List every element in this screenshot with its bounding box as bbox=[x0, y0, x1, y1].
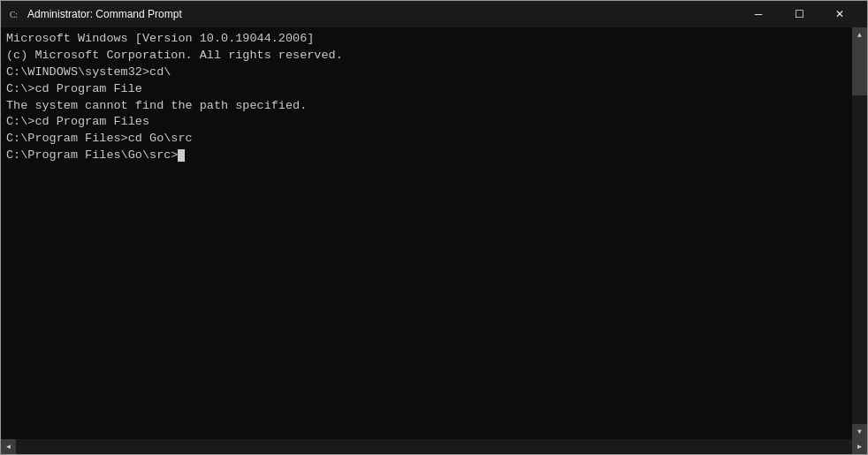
maximize-button[interactable]: ☐ bbox=[779, 1, 819, 27]
scroll-down-arrow[interactable]: ▼ bbox=[852, 424, 867, 439]
scroll-right-arrow[interactable]: ► bbox=[852, 439, 867, 454]
minimize-button[interactable]: ─ bbox=[738, 1, 779, 27]
scroll-track[interactable] bbox=[852, 42, 867, 424]
h-scroll-track[interactable] bbox=[16, 439, 852, 454]
cmd-icon: C: bbox=[8, 7, 22, 21]
console-line: C:\>cd Program File bbox=[6, 81, 862, 98]
console-line: C:\Program Files\Go\src> bbox=[6, 148, 862, 164]
window-title: Administrator: Command Prompt bbox=[27, 8, 738, 20]
console-body[interactable]: Microsoft Windows [Version 10.0.19044.20… bbox=[1, 27, 867, 439]
console-line: (c) Microsoft Corporation. All rights re… bbox=[6, 48, 862, 64]
window-controls: ─ ☐ ✕ bbox=[738, 1, 860, 27]
svg-text:C:: C: bbox=[10, 10, 18, 19]
console-line: Microsoft Windows [Version 10.0.19044.20… bbox=[6, 31, 862, 48]
console-line: C:\WINDOWS\system32>cd\ bbox=[6, 64, 862, 81]
console-line: The system cannot find the path specifie… bbox=[6, 98, 862, 115]
scroll-thumb[interactable] bbox=[852, 42, 867, 95]
console-line: C:\>cd Program Files bbox=[6, 114, 862, 131]
vertical-scrollbar[interactable]: ▲ ▼ bbox=[852, 27, 867, 439]
bottom-bar: ◄ ► bbox=[1, 439, 867, 454]
console-line: C:\Program Files>cd Go\src bbox=[6, 131, 862, 148]
close-button[interactable]: ✕ bbox=[819, 1, 860, 27]
horizontal-scrollbar[interactable]: ◄ ► bbox=[1, 439, 867, 454]
title-bar: C: Administrator: Command Prompt ─ ☐ ✕ bbox=[1, 1, 867, 27]
console-content: Microsoft Windows [Version 10.0.19044.20… bbox=[4, 29, 864, 437]
scroll-up-arrow[interactable]: ▲ bbox=[852, 27, 867, 42]
scroll-left-arrow[interactable]: ◄ bbox=[1, 439, 16, 454]
cursor bbox=[178, 149, 185, 162]
cmd-window: C: Administrator: Command Prompt ─ ☐ ✕ M… bbox=[0, 0, 868, 455]
